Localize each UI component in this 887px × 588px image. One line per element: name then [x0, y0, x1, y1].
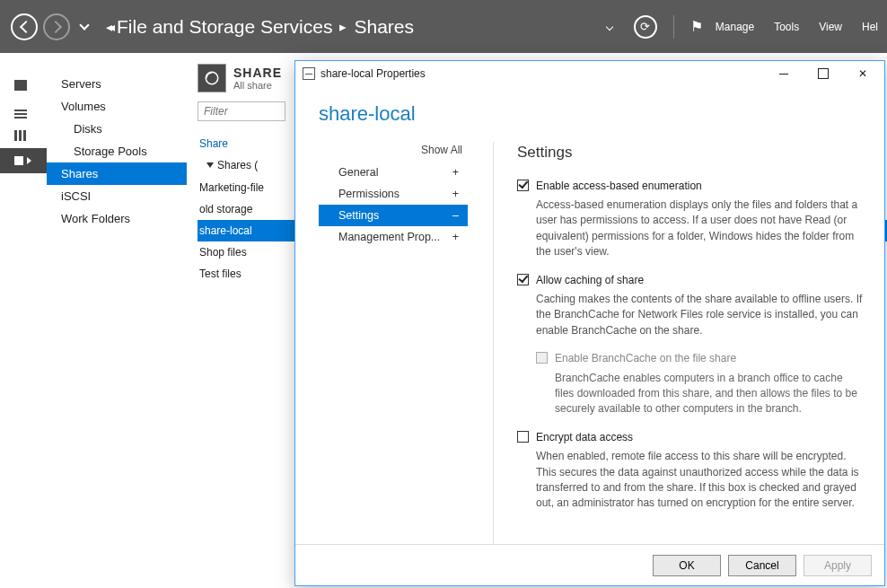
dlg-nav-settings[interactable]: Settings–: [319, 205, 468, 226]
rail-all[interactable]: [0, 123, 47, 148]
storage-icon: [14, 156, 23, 165]
abe-desc: Access-based enumeration displays only t…: [517, 194, 863, 260]
refresh-button[interactable]: ⟳: [634, 15, 657, 39]
cache-checkbox[interactable]: [517, 274, 529, 285]
menu-tools[interactable]: Tools: [774, 21, 799, 33]
dialog-heading: share-local: [319, 93, 866, 142]
encrypt-label: Encrypt data access: [536, 430, 633, 445]
filter-input[interactable]: [198, 101, 285, 121]
encrypt-checkbox-row[interactable]: Encrypt data access: [517, 430, 863, 445]
shares-tile-icon: [198, 64, 226, 92]
maximize-button[interactable]: [804, 61, 843, 86]
nav-servers[interactable]: Servers: [47, 73, 187, 95]
cache-label: Allow caching of share: [536, 273, 644, 288]
top-icons: ⟳ ⚑: [598, 15, 703, 39]
abe-label: Enable access-based enumeration: [536, 179, 702, 194]
breadcrumb: ◂◂ File and Storage Services ▸ Shares: [104, 16, 414, 38]
panel-subtitle: All share: [233, 80, 282, 91]
menubar: Manage Tools View Hel: [716, 21, 878, 33]
breadcrumb-part-0[interactable]: File and Storage Services: [117, 16, 332, 38]
branchcache-desc: BranchCache enables computers in a branc…: [536, 367, 863, 417]
dlg-nav-label: Permissions: [338, 188, 400, 200]
dialog-title-text: share-local Properties: [321, 67, 426, 80]
show-all-link[interactable]: Show All: [319, 142, 468, 162]
nav-disks[interactable]: Disks: [47, 118, 187, 140]
expand-icon: +: [452, 166, 459, 179]
nav-volumes[interactable]: Volumes: [47, 95, 187, 118]
properties-dialog: share-local Properties ✕ share-local Sho…: [294, 60, 885, 586]
back-button[interactable]: [11, 13, 38, 40]
history-dropdown-icon[interactable]: [79, 20, 89, 30]
breadcrumb-back-icon[interactable]: ◂◂: [106, 20, 111, 34]
option-encrypt: Encrypt data access When enabled, remote…: [517, 430, 863, 512]
dialog-footer: OK Cancel Apply: [295, 544, 884, 585]
server-icon: [14, 110, 27, 111]
encrypt-desc: When enabled, remote file access to this…: [517, 445, 863, 512]
nav-tree: Servers Volumes Disks Storage Pools Shar…: [47, 53, 187, 588]
cache-desc: Caching makes the contents of the share …: [517, 288, 863, 338]
branchcache-checkbox-row: Enable BranchCache on the file share: [536, 351, 863, 366]
nav-iscsi[interactable]: iSCSI: [47, 185, 187, 207]
apply-button[interactable]: Apply: [804, 555, 872, 576]
expand-icon: [27, 157, 31, 164]
breadcrumb-part-1[interactable]: Shares: [354, 16, 414, 38]
abe-checkbox[interactable]: [517, 180, 529, 191]
forward-button[interactable]: [43, 13, 70, 40]
section-title: Settings: [517, 142, 863, 164]
dropdown-icon[interactable]: [606, 22, 613, 30]
abe-checkbox-row[interactable]: Enable access-based enumeration: [517, 179, 863, 194]
icon-rail: [0, 53, 47, 588]
dashboard-icon: [14, 80, 27, 91]
cancel-button[interactable]: Cancel: [728, 555, 796, 576]
menu-manage[interactable]: Manage: [716, 21, 754, 33]
dialog-content: Settings Enable access-based enumeration…: [493, 142, 866, 544]
encrypt-checkbox[interactable]: [517, 431, 529, 443]
titlebar: ◂◂ File and Storage Services ▸ Shares ⟳ …: [0, 0, 887, 53]
breadcrumb-separator-icon: ▸: [339, 19, 347, 35]
menu-view[interactable]: View: [819, 21, 842, 33]
share-group-label: Shares (: [217, 159, 258, 171]
dialog-titlebar[interactable]: share-local Properties ✕: [295, 61, 884, 86]
expand-icon: +: [452, 188, 459, 200]
separator: [673, 15, 674, 39]
branchcache-label: Enable BranchCache on the file share: [555, 351, 736, 366]
menu-help[interactable]: Hel: [862, 21, 878, 33]
branchcache-checkbox: [536, 352, 548, 364]
collapse-icon: [206, 162, 214, 168]
dlg-nav-label: Settings: [338, 209, 379, 222]
dlg-nav-management[interactable]: Management Prop...+: [319, 226, 468, 248]
servers-icon: [14, 130, 17, 141]
arrow-right-icon: [51, 19, 63, 35]
dlg-nav-label: Management Prop...: [338, 231, 440, 243]
rail-dashboard[interactable]: [0, 73, 47, 98]
expand-icon: +: [452, 231, 459, 243]
dlg-nav-permissions[interactable]: Permissions+: [319, 183, 468, 205]
nav-work-folders[interactable]: Work Folders: [47, 207, 187, 230]
arrow-left-icon: [19, 19, 31, 35]
minimize-button[interactable]: [764, 61, 804, 86]
ok-button[interactable]: OK: [653, 555, 721, 576]
notifications-flag-icon[interactable]: ⚑: [690, 18, 703, 35]
cache-checkbox-row[interactable]: Allow caching of share: [517, 273, 863, 288]
nav-shares[interactable]: Shares: [47, 162, 187, 185]
option-abe: Enable access-based enumeration Access-b…: [517, 179, 863, 260]
collapse-icon: –: [452, 209, 459, 222]
dialog-icon: [303, 67, 315, 80]
nav-storage-pools[interactable]: Storage Pools: [47, 140, 187, 162]
option-branchcache: Enable BranchCache on the file share Bra…: [536, 351, 863, 417]
close-button[interactable]: ✕: [843, 61, 883, 86]
rail-local[interactable]: [0, 98, 47, 123]
panel-title: SHARE: [233, 66, 282, 80]
dlg-nav-general[interactable]: General+: [319, 162, 468, 183]
rail-file-storage[interactable]: [0, 148, 47, 173]
dialog-nav: Show All General+ Permissions+ Settings–…: [319, 142, 468, 544]
dlg-nav-label: General: [338, 166, 378, 179]
option-cache: Allow caching of share Caching makes the…: [517, 273, 863, 339]
